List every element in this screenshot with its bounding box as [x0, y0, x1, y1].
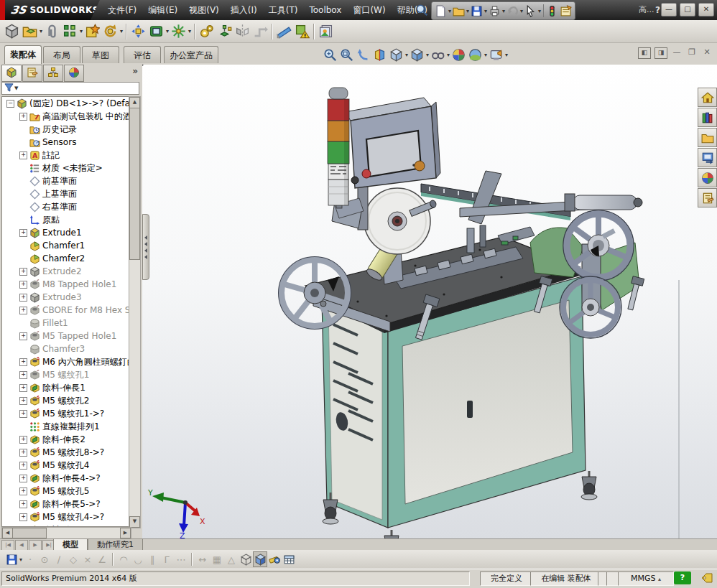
- tree-expander-plus[interactable]: +: [19, 384, 27, 392]
- tree-item[interactable]: 原點: [2, 213, 140, 226]
- menu-3[interactable]: 插入(I): [225, 0, 263, 20]
- trim-entities-icon[interactable]: ×: [80, 551, 95, 567]
- section-view-icon[interactable]: [371, 48, 388, 62]
- tree-item[interactable]: +M5 螺纹孔5: [2, 485, 140, 498]
- prev-tab-button[interactable]: ◀: [15, 540, 28, 551]
- motion-gears-icon[interactable]: [198, 22, 216, 42]
- tab-办公室产品[interactable]: 办公室产品: [164, 46, 218, 63]
- tree-expander-plus[interactable]: +: [19, 294, 27, 302]
- sketch-polygon-icon[interactable]: ◇: [66, 551, 80, 567]
- mate-icon[interactable]: [43, 22, 61, 42]
- status-help-button[interactable]: ?: [674, 571, 691, 584]
- minimize-button[interactable]: —: [661, 3, 677, 17]
- view-orientation-icon[interactable]: [388, 48, 404, 62]
- grid-snap-icon[interactable]: ▦: [210, 551, 224, 567]
- machine-model[interactable]: Y Z X: [142, 65, 717, 538]
- tree-expander-plus[interactable]: +: [19, 397, 27, 405]
- scroll-right-button[interactable]: ▶: [120, 528, 131, 538]
- displaymanager-tab[interactable]: [64, 65, 84, 82]
- scroll-down-button[interactable]: ▼: [129, 516, 140, 528]
- tree-expander-plus[interactable]: +: [19, 371, 27, 379]
- graphics-viewport[interactable]: Y Z X: [142, 65, 717, 538]
- measure-icon[interactable]: [267, 551, 282, 567]
- tree-expander-plus[interactable]: +: [19, 436, 27, 444]
- tree-item[interactable]: +M8 Tapped Hole1: [2, 278, 140, 291]
- show-hidden-components-icon[interactable]: [147, 22, 165, 42]
- dropdown-caret-icon[interactable]: ▾: [40, 28, 42, 34]
- tab-布局[interactable]: 布局: [43, 46, 80, 63]
- previous-view-icon[interactable]: [355, 48, 371, 62]
- sketch-circle-icon[interactable]: ⊙: [37, 551, 52, 567]
- tree-item[interactable]: +除料-伸長4->?: [2, 472, 140, 485]
- menu-2[interactable]: 视图(V): [183, 0, 225, 20]
- dropdown-caret-icon[interactable]: ▾: [188, 28, 191, 34]
- tree-item[interactable]: +除料-伸長1: [2, 381, 140, 394]
- dropdown-caret-icon[interactable]: ▾: [166, 28, 169, 34]
- featuremanager-tree-tab[interactable]: [1, 65, 22, 82]
- vertical-scroll-thumb[interactable]: [129, 108, 140, 260]
- tree-expander-plus[interactable]: +: [19, 151, 27, 159]
- tree-item[interactable]: +A註記: [2, 149, 140, 162]
- parallel-icon[interactable]: ∥: [145, 551, 159, 567]
- dropdown-caret-icon[interactable]: ▾: [520, 8, 523, 14]
- zoom-area-icon[interactable]: [338, 48, 355, 62]
- tree-item[interactable]: Chamfer2: [2, 252, 140, 265]
- tree-item[interactable]: +CBORE for M8 Hex Soc: [2, 304, 140, 317]
- save-icon[interactable]: [470, 3, 484, 19]
- tree-expander-plus[interactable]: +: [19, 268, 27, 276]
- assembly-features-icon[interactable]: [170, 22, 188, 42]
- menu-1[interactable]: 编辑(E): [142, 0, 183, 20]
- dropdown-caret-icon[interactable]: ▾: [405, 52, 408, 58]
- tab-评估[interactable]: 评估: [124, 46, 161, 63]
- dropdown-caret-icon[interactable]: ▾: [447, 52, 450, 58]
- menu-4[interactable]: 工具(T): [263, 0, 304, 20]
- tree-item[interactable]: +M5 螺纹孔4: [2, 459, 140, 472]
- design-table-icon[interactable]: [282, 551, 296, 567]
- undo-icon[interactable]: [506, 3, 519, 19]
- arc-icon[interactable]: ◠: [116, 551, 131, 567]
- tree-item[interactable]: +Extrude1: [2, 226, 140, 239]
- tree-expander-plus[interactable]: +: [19, 513, 27, 521]
- shaded-view-icon[interactable]: [253, 551, 267, 567]
- tree-expander-plus[interactable]: +: [19, 113, 27, 121]
- menu-5[interactable]: Toolbox: [303, 0, 347, 20]
- tree-item[interactable]: Sensors: [2, 136, 140, 149]
- component-pattern-icon[interactable]: [61, 22, 79, 42]
- tree-item[interactable]: 前基準面: [2, 174, 140, 187]
- tree-vertical-scrollbar[interactable]: ▲ ▼: [129, 96, 141, 528]
- file-properties-icon[interactable]: [559, 3, 573, 19]
- doc-restore-button[interactable]: ❐: [686, 48, 698, 58]
- panel-more-chevron[interactable]: »: [132, 66, 138, 76]
- tree-expander-plus[interactable]: +: [19, 332, 27, 340]
- filter-funnel-icon[interactable]: [4, 83, 14, 94]
- custom-properties-icon[interactable]: [698, 188, 717, 207]
- tree-item[interactable]: +除料-伸長2: [2, 433, 140, 446]
- new-document-icon[interactable]: [434, 3, 448, 19]
- open-part-icon[interactable]: [21, 22, 39, 42]
- doc-minimize-button[interactable]: —: [671, 48, 683, 58]
- rotate-component-icon[interactable]: [101, 22, 119, 42]
- print-icon[interactable]: [488, 3, 501, 19]
- next-tab-button[interactable]: ▶: [29, 540, 42, 551]
- hide-show-items-icon[interactable]: [430, 48, 446, 62]
- exploded-view-icon[interactable]: [216, 22, 233, 42]
- options-traffic-light-icon[interactable]: [545, 3, 559, 19]
- tree-item[interactable]: Chamfer3: [2, 342, 140, 355]
- tree-item[interactable]: 历史记录: [2, 123, 140, 136]
- filter-caret-icon[interactable]: ▼: [14, 85, 18, 91]
- file-explorer-icon[interactable]: [698, 128, 717, 147]
- photo-view-icon[interactable]: [317, 22, 335, 42]
- design-library-icon[interactable]: [698, 108, 717, 127]
- tree-item[interactable]: +M5 Tapped Hole1: [2, 330, 140, 342]
- scroll-up-button[interactable]: ▲: [129, 97, 140, 108]
- tree-expander-plus[interactable]: +: [19, 500, 27, 508]
- tree-expander-plus[interactable]: +: [19, 307, 27, 314]
- move-component-icon[interactable]: [129, 22, 147, 42]
- sketch-point-icon[interactable]: ·: [23, 551, 37, 567]
- close-button[interactable]: ✕: [698, 3, 714, 17]
- tree-item[interactable]: +高温测试包装机 中的酒: [2, 110, 140, 123]
- open-icon[interactable]: [452, 3, 466, 19]
- view-settings-icon[interactable]: [488, 48, 504, 62]
- display-style-icon[interactable]: [409, 48, 425, 62]
- model-tab-0[interactable]: 模型: [53, 539, 88, 551]
